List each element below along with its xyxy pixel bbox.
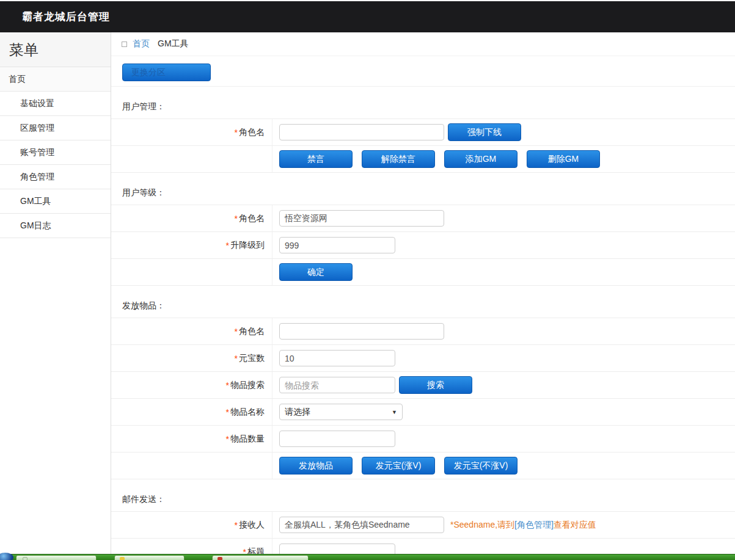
add-gm-button[interactable]: 添加GM bbox=[444, 150, 517, 168]
label-text: 角色名 bbox=[239, 127, 265, 138]
level-role-name-input[interactable] bbox=[279, 210, 444, 227]
select-value: 请选择 bbox=[285, 407, 310, 418]
unmute-button[interactable]: 解除禁言 bbox=[362, 150, 435, 168]
give-items-form: * 角色名 * 元宝数 * 物品搜索 bbox=[111, 318, 735, 479]
role-name-label: * 角色名 bbox=[111, 205, 272, 231]
ingot-count-label: * 元宝数 bbox=[111, 345, 272, 371]
receiver-input[interactable] bbox=[279, 517, 444, 533]
section-title-give-items: 发放物品： bbox=[122, 300, 735, 310]
section-title-user-level: 用户等级： bbox=[122, 187, 735, 197]
form-row: * 接收人 *Seedname,请到[角色管理]查看对应值 bbox=[111, 511, 735, 538]
sidebar-item-basic-settings[interactable]: 基础设置 bbox=[0, 92, 111, 116]
sidebar: 菜单 首页 基础设置 区服管理 账号管理 角色管理 GM工具 GM日志 bbox=[0, 32, 111, 554]
start-button-icon[interactable] bbox=[0, 553, 13, 560]
form-row: 禁言 解除禁言 添加GM 删除GM bbox=[111, 145, 735, 172]
item-qty-input[interactable] bbox=[279, 431, 395, 447]
app-title: 霸者龙城后台管理 bbox=[22, 10, 110, 24]
form-cell bbox=[272, 318, 735, 344]
taskbar-window-button[interactable] bbox=[16, 555, 97, 560]
label-text: 角色名 bbox=[239, 326, 265, 337]
form-cell: 搜索 bbox=[272, 372, 735, 398]
form-cell bbox=[272, 345, 735, 371]
page-layout: 菜单 首页 基础设置 区服管理 账号管理 角色管理 GM工具 GM日志 首页 G… bbox=[0, 32, 735, 554]
form-row: 确定 bbox=[111, 258, 735, 285]
role-name-label: * 角色名 bbox=[111, 119, 272, 145]
search-button[interactable]: 搜索 bbox=[399, 376, 472, 394]
empty-label-cell bbox=[111, 259, 272, 285]
note-prefix: *Seedname,请到 bbox=[450, 520, 514, 529]
sidebar-item-server-manage[interactable]: 区服管理 bbox=[0, 116, 111, 140]
sidebar-item-gm-logs[interactable]: GM日志 bbox=[0, 214, 111, 238]
form-cell: 确定 bbox=[272, 259, 735, 285]
form-cell: 请选择 ▼ bbox=[272, 399, 735, 425]
send-items-button[interactable]: 发放物品 bbox=[279, 457, 353, 475]
taskbar-window-button[interactable] bbox=[114, 555, 185, 560]
remove-gm-button[interactable]: 删除GM bbox=[527, 150, 600, 168]
form-cell: 禁言 解除禁言 添加GM 删除GM bbox=[272, 146, 735, 172]
folder-icon bbox=[120, 557, 125, 560]
sidebar-item-role-manage[interactable]: 角色管理 bbox=[0, 165, 111, 189]
user-level-form: * 角色名 * 升降级到 确定 bbox=[111, 205, 735, 286]
item-role-name-input[interactable] bbox=[279, 323, 444, 340]
item-search-input[interactable] bbox=[279, 377, 395, 393]
receiver-label: * 接收人 bbox=[111, 512, 272, 538]
required-mark: * bbox=[226, 407, 229, 417]
label-text: 升降级到 bbox=[230, 240, 265, 251]
form-cell: 强制下线 bbox=[272, 119, 735, 145]
toolbar: 更换分区 bbox=[111, 56, 735, 87]
form-row: * 物品数量 bbox=[111, 425, 735, 452]
ingot-count-input[interactable] bbox=[279, 350, 395, 366]
label-text: 物品数量 bbox=[230, 434, 265, 445]
level-target-input[interactable] bbox=[279, 237, 395, 253]
role-manage-link[interactable]: [角色管理] bbox=[514, 520, 554, 529]
label-text: 物品搜索 bbox=[230, 380, 265, 391]
required-mark: * bbox=[235, 520, 238, 530]
form-cell: *Seedname,请到[角色管理]查看对应值 bbox=[272, 512, 735, 538]
confirm-button[interactable]: 确定 bbox=[279, 263, 353, 281]
form-row: * 升降级到 bbox=[111, 231, 735, 258]
app-icon bbox=[218, 557, 222, 560]
taskbar-window-button[interactable] bbox=[212, 555, 309, 560]
required-mark: * bbox=[226, 434, 229, 444]
force-offline-button[interactable]: 强制下线 bbox=[448, 123, 521, 141]
window-icon bbox=[23, 557, 27, 560]
mute-button[interactable]: 禁言 bbox=[279, 150, 353, 168]
breadcrumb: 首页 GM工具 bbox=[111, 32, 735, 56]
item-name-select[interactable]: 请选择 ▼ bbox=[279, 404, 403, 420]
breadcrumb-current: GM工具 bbox=[158, 38, 189, 49]
item-name-label: * 物品名称 bbox=[111, 399, 272, 425]
form-cell bbox=[272, 205, 735, 231]
sidebar-item-gm-tools[interactable]: GM工具 bbox=[0, 189, 111, 214]
main-content: 首页 GM工具 更换分区 用户管理： * 角色名 强制下线 禁 bbox=[111, 32, 735, 554]
item-search-label: * 物品搜索 bbox=[111, 372, 272, 398]
square-icon bbox=[122, 42, 127, 47]
form-cell bbox=[272, 426, 735, 452]
required-mark: * bbox=[235, 327, 238, 336]
send-ingot-novip-button[interactable]: 发元宝(不涨V) bbox=[444, 457, 517, 475]
os-taskbar bbox=[0, 554, 735, 560]
note-suffix: 查看对应值 bbox=[554, 520, 596, 529]
sidebar-item-account-manage[interactable]: 账号管理 bbox=[0, 140, 111, 165]
required-mark: * bbox=[235, 128, 238, 137]
role-name-label: * 角色名 bbox=[111, 318, 272, 344]
empty-label-cell bbox=[111, 453, 272, 479]
label-text: 接收人 bbox=[239, 520, 265, 531]
change-partition-button[interactable]: 更换分区 bbox=[122, 64, 211, 81]
mail-form: * 接收人 *Seedname,请到[角色管理]查看对应值 * 标题 bbox=[111, 511, 735, 560]
app-header: 霸者龙城后台管理 bbox=[0, 0, 735, 32]
form-row: * 物品名称 请选择 ▼ bbox=[111, 398, 735, 425]
section-title-mail: 邮件发送： bbox=[122, 494, 735, 504]
sidebar-item-home[interactable]: 首页 bbox=[0, 67, 111, 92]
breadcrumb-home-link[interactable]: 首页 bbox=[133, 38, 150, 49]
form-row: * 元宝数 bbox=[111, 344, 735, 371]
label-text: 角色名 bbox=[239, 213, 265, 224]
role-name-input[interactable] bbox=[279, 124, 444, 140]
receiver-note: *Seedname,请到[角色管理]查看对应值 bbox=[450, 520, 596, 531]
sidebar-heading: 菜单 bbox=[0, 32, 111, 67]
form-row: * 物品搜索 搜索 bbox=[111, 371, 735, 398]
required-mark: * bbox=[226, 380, 229, 390]
label-text: 元宝数 bbox=[239, 353, 265, 364]
item-qty-label: * 物品数量 bbox=[111, 426, 272, 452]
required-mark: * bbox=[226, 241, 229, 250]
send-ingot-vip-button[interactable]: 发元宝(涨V) bbox=[362, 457, 435, 475]
